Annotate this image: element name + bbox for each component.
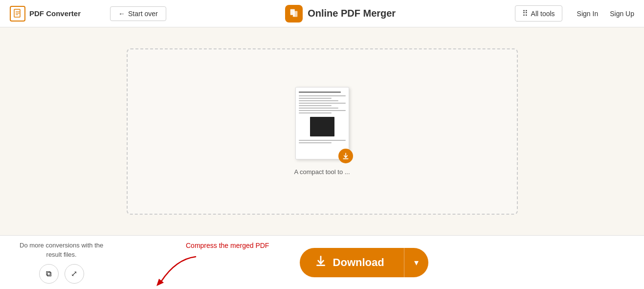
main-content: A compact tool to ...: [0, 27, 644, 235]
pdf-line-10: [299, 142, 332, 143]
sign-up-link[interactable]: Sign Up: [610, 10, 634, 18]
start-over-label: Start over: [128, 10, 158, 18]
pdf-line-6: [299, 108, 339, 109]
arrow-svg: [147, 254, 205, 286]
pdf-image-block: [310, 117, 334, 136]
download-dropdown-button[interactable]: ▾: [404, 248, 428, 277]
compress-tooltip: Compress the merged PDF: [186, 242, 269, 249]
download-label: Download: [333, 256, 384, 269]
back-arrow-icon: ←: [118, 10, 125, 18]
pdf-line-title: [299, 91, 341, 93]
header-actions: Sign In Sign Up: [577, 10, 634, 18]
logo-area: PDF Converter: [10, 6, 81, 22]
all-tools-label: All tools: [531, 10, 555, 18]
header: PDF Converter ← Start over Online PDF Me…: [0, 0, 644, 27]
pdf-lines: [299, 91, 346, 156]
compress-icon: ⤢: [71, 269, 77, 278]
logo-icon: [10, 6, 25, 22]
copy-button[interactable]: ⧉: [39, 264, 59, 284]
all-tools-button[interactable]: ⠿ All tools: [515, 5, 562, 22]
pdf-thumbnail: [295, 87, 349, 159]
pdf-line-8: [299, 112, 332, 113]
footer-icon-buttons: ⧉ ⤢: [39, 264, 84, 284]
grid-icon: ⠿: [522, 9, 528, 18]
pdf-line-5: [299, 105, 332, 106]
download-icon: [314, 255, 327, 270]
drop-zone[interactable]: A compact tool to ...: [127, 48, 518, 215]
pdf-line-1: [299, 95, 346, 96]
more-conversions-text: Do more conversions with theresult files…: [20, 241, 103, 259]
app-icon: [285, 5, 303, 22]
pdf-line-7: [299, 110, 346, 111]
download-btn-wrapper: Download ▾: [300, 248, 428, 277]
pdf-line-3: [299, 100, 339, 101]
pdf-thumbnail-wrapper: [295, 87, 349, 159]
start-over-button[interactable]: ← Start over: [110, 6, 166, 21]
page-title: Online PDF Merger: [308, 8, 396, 19]
pdf-line-4: [299, 103, 346, 104]
footer-left: Do more conversions with theresult files…: [20, 241, 103, 283]
footer-bar: Do more conversions with theresult files…: [0, 235, 644, 289]
pdf-line-2: [299, 98, 332, 99]
download-button[interactable]: Download: [300, 248, 404, 277]
logo-text: PDF Converter: [29, 9, 81, 18]
sign-in-link[interactable]: Sign In: [577, 10, 599, 18]
pdf-download-badge: [338, 149, 353, 163]
compress-button[interactable]: ⤢: [65, 264, 84, 284]
copy-icon: ⧉: [46, 269, 51, 278]
pdf-line-9: [299, 140, 346, 141]
pdf-filename: A compact tool to ...: [294, 168, 350, 176]
header-title-area: Online PDF Merger: [166, 5, 515, 22]
chevron-down-icon: ▾: [414, 257, 419, 268]
